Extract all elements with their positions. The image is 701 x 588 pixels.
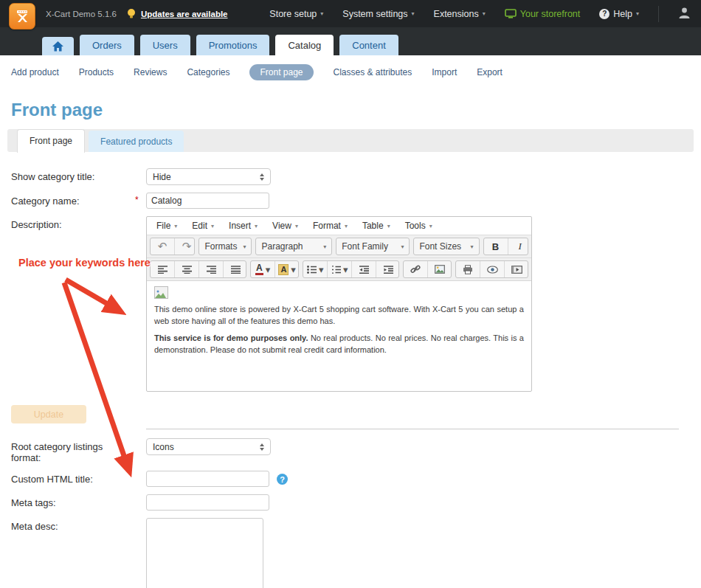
editor-menu-view[interactable]: View▾ (266, 218, 305, 233)
redo-button[interactable]: ↷ (175, 238, 195, 255)
editor-menu-tools[interactable]: Tools▾ (398, 218, 439, 233)
field-label: Custom HTML title: (11, 471, 135, 485)
custom-html-title-input[interactable] (146, 471, 269, 487)
numbered-list-button[interactable]: ▾ (328, 261, 352, 277)
editor-menu-file[interactable]: File▾ (150, 218, 184, 233)
category-name-input[interactable] (146, 193, 269, 209)
subnav-classes-attributes[interactable]: Classes & attributes (334, 67, 412, 77)
root-category-format-select[interactable]: Icons (146, 438, 271, 455)
subnav-front-page-active[interactable]: Front page (249, 64, 313, 80)
help-icon: ? (599, 9, 610, 19)
menu-extensions[interactable]: Extensions ▾ (434, 9, 486, 19)
tab-home[interactable] (42, 37, 74, 55)
subnav-categories[interactable]: Categories (187, 67, 229, 77)
menu-system-settings[interactable]: System settings ▾ (342, 9, 414, 19)
align-left-button[interactable] (151, 261, 175, 277)
editor-toolbar-row2: A ▾ A ▾ ▾ ▾ (147, 258, 531, 281)
font-family-dropdown[interactable]: Font Family▾ (336, 238, 410, 255)
editor-content-area[interactable]: This demo online store is powered by X-C… (147, 281, 531, 391)
field-label: Show category title: (11, 168, 135, 182)
tab-featured-products[interactable]: Featured products (89, 131, 184, 152)
editor-paragraph: This service is for demo purposes only. … (154, 333, 524, 356)
updates-available-link[interactable]: Updates are available (141, 10, 228, 18)
indent-button[interactable] (376, 261, 399, 277)
text-color-button[interactable]: A ▾ (251, 261, 275, 277)
formats-dropdown[interactable]: Formats▾ (198, 238, 252, 255)
page-title: Front page (11, 100, 701, 120)
align-right-button[interactable] (199, 261, 224, 277)
subnav-add-product[interactable]: Add product (11, 67, 59, 77)
field-label: Category name: (11, 193, 135, 207)
editor-toolbar-row1: ↶ ↷ Formats▾ Paragraph▾ Font Family▾ Fon… (147, 235, 531, 258)
subnav-import[interactable]: Import (432, 67, 457, 77)
subnav-export[interactable]: Export (477, 67, 503, 77)
field-label: Meta desc: (11, 518, 135, 532)
user-icon (678, 7, 691, 19)
main-tabs: Orders Users Promotions Catalog Content (42, 35, 398, 55)
description-editor: File▾ Edit▾ Insert▾ View▾ Format▾ Table▾… (146, 216, 532, 392)
editor-menu-insert[interactable]: Insert▾ (222, 218, 264, 233)
font-sizes-dropdown[interactable]: Font Sizes▾ (413, 238, 479, 255)
bold-button[interactable]: B (484, 238, 508, 255)
required-mark: * (135, 193, 146, 205)
editor-paragraph: This demo online store is powered by X-C… (154, 304, 524, 328)
editor-menu-edit[interactable]: Edit▾ (185, 218, 221, 233)
tab-users[interactable]: Users (140, 35, 190, 55)
your-storefront-link[interactable]: Your storefront (505, 9, 581, 19)
row-root-category-format: Root category listings format: Icons (11, 438, 701, 463)
background-color-button[interactable]: A ▾ (275, 261, 299, 277)
meta-tags-input[interactable] (146, 494, 269, 511)
select-arrows-icon (260, 443, 264, 451)
help-tooltip-icon[interactable]: ? (277, 474, 288, 485)
subnav-products[interactable]: Products (79, 67, 114, 77)
insert-link-button[interactable] (404, 261, 428, 277)
lightbulb-icon (127, 8, 136, 20)
help-menu[interactable]: ? Help ▾ (599, 9, 639, 19)
monitor-icon (505, 9, 517, 18)
keywords-annotation: Place your keywords here (18, 257, 151, 269)
paragraph-dropdown[interactable]: Paragraph▾ (255, 238, 332, 255)
align-justify-button[interactable] (224, 261, 246, 277)
insert-media-button[interactable] (505, 261, 528, 277)
xcart-logo[interactable] (9, 3, 35, 30)
editor-menu-table[interactable]: Table▾ (356, 218, 397, 233)
row-category-name: Category name: * (11, 193, 701, 209)
topbar-divider (658, 6, 659, 22)
main-nav-band: Orders Users Promotions Catalog Content (0, 27, 701, 55)
italic-button[interactable]: I (508, 238, 528, 255)
subnav-reviews[interactable]: Reviews (134, 67, 167, 77)
chevron-down-icon: ▾ (343, 264, 348, 275)
preview-button[interactable] (480, 261, 505, 277)
chevron-down-icon: ▾ (412, 10, 415, 17)
update-button-top[interactable]: Update (11, 405, 86, 423)
print-button[interactable] (456, 261, 480, 277)
tab-catalog[interactable]: Catalog (275, 35, 334, 55)
row-custom-html-title: Custom HTML title: ? (11, 471, 701, 487)
section-divider (146, 429, 679, 429)
front-page-form: Show category title: Hide Category name:… (0, 168, 701, 588)
tab-front-page[interactable]: Front page (17, 129, 85, 153)
home-icon (52, 41, 63, 52)
bullet-list-button[interactable]: ▾ (303, 261, 328, 277)
row-description: Description: File▾ Edit▾ Insert▾ View▾ F… (11, 216, 701, 392)
row-show-category-title: Show category title: Hide (11, 168, 701, 185)
chevron-down-icon: ▾ (483, 10, 486, 17)
menu-store-setup[interactable]: Store setup ▾ (269, 9, 323, 19)
broken-image-icon (154, 286, 168, 299)
outdent-button[interactable] (352, 261, 376, 277)
show-category-title-select[interactable]: Hide (146, 168, 271, 185)
tab-promotions[interactable]: Promotions (196, 35, 270, 55)
editor-menubar: File▾ Edit▾ Insert▾ View▾ Format▾ Table▾… (147, 217, 531, 235)
undo-button[interactable]: ↶ (151, 238, 175, 255)
insert-image-button[interactable] (428, 261, 452, 277)
account-menu[interactable] (678, 7, 691, 21)
chevron-down-icon: ▾ (320, 10, 323, 17)
editor-menu-format[interactable]: Format▾ (306, 218, 354, 233)
align-center-button[interactable] (175, 261, 199, 277)
tab-content[interactable]: Content (339, 35, 398, 55)
row-meta-tags: Meta tags: (11, 494, 701, 511)
meta-desc-textarea[interactable] (146, 518, 263, 588)
page-tabs: Front page Featured products (7, 129, 694, 152)
tab-orders[interactable]: Orders (80, 35, 134, 55)
chevron-down-icon: ▾ (291, 264, 296, 275)
